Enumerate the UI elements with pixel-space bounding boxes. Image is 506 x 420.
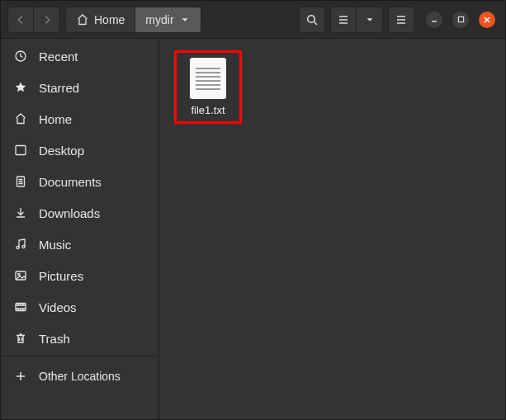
content-pane[interactable]: file1.txt xyxy=(159,39,505,419)
sidebar-other-locations[interactable]: Other Locations xyxy=(1,358,158,394)
sidebar-item-videos[interactable]: Videos xyxy=(1,291,158,323)
hamburger-icon xyxy=(395,13,408,26)
pictures-icon xyxy=(14,269,27,282)
close-icon xyxy=(483,16,491,24)
file-manager-window: Home mydir xyxy=(0,0,506,420)
sidebar-item-documents[interactable]: Documents xyxy=(1,166,158,197)
sidebar-item-recent[interactable]: Recent xyxy=(1,40,158,72)
minimize-button[interactable] xyxy=(426,12,442,28)
path-segment-current[interactable]: mydir xyxy=(135,7,200,32)
hamburger-menu-button[interactable] xyxy=(388,7,414,33)
home-icon xyxy=(76,13,89,26)
sidebar-item-label: Pictures xyxy=(39,269,83,283)
maximize-icon xyxy=(457,16,465,23)
sidebar-item-music[interactable]: Music xyxy=(1,229,158,260)
sidebar-item-label: Music xyxy=(39,238,71,252)
svg-rect-3 xyxy=(16,146,26,155)
music-icon xyxy=(14,238,27,251)
list-icon xyxy=(337,13,350,26)
sidebar-item-label: Desktop xyxy=(39,144,84,158)
svg-point-8 xyxy=(18,273,20,275)
sidebar-item-label: Videos xyxy=(39,300,77,314)
downloads-icon xyxy=(14,206,27,219)
sidebar-item-label: Recent xyxy=(39,50,78,64)
minimize-icon xyxy=(430,16,438,24)
documents-icon xyxy=(14,175,27,188)
videos-icon xyxy=(14,300,27,314)
sidebar-item-trash[interactable]: Trash xyxy=(1,323,158,354)
sidebar-separator xyxy=(1,356,158,356)
path-segment-home[interactable]: Home xyxy=(66,7,135,32)
list-view-button[interactable] xyxy=(330,7,357,33)
nav-buttons xyxy=(7,7,60,33)
close-button[interactable] xyxy=(479,12,495,28)
file-item[interactable]: file1.txt xyxy=(174,50,242,124)
sidebar: Recent Starred Home Desktop Documents Do xyxy=(1,39,159,419)
home-icon xyxy=(14,112,27,125)
sidebar-item-label: Trash xyxy=(39,332,70,346)
sidebar-item-home[interactable]: Home xyxy=(1,103,158,134)
chevron-right-icon xyxy=(41,14,53,26)
svg-rect-1 xyxy=(458,17,463,21)
sidebar-item-label: Downloads xyxy=(39,206,100,220)
view-options-button[interactable] xyxy=(357,7,383,33)
search-button[interactable] xyxy=(299,7,325,33)
svg-point-5 xyxy=(17,246,19,248)
file-name-label: file1.txt xyxy=(191,104,225,116)
sidebar-item-starred[interactable]: Starred xyxy=(1,72,158,103)
main-area: Recent Starred Home Desktop Documents Do xyxy=(1,39,505,419)
path-bar: Home mydir xyxy=(65,7,201,33)
back-button[interactable] xyxy=(7,7,34,33)
sidebar-item-label: Other Locations xyxy=(39,370,121,383)
text-file-icon xyxy=(190,58,226,99)
search-icon xyxy=(305,13,319,26)
star-icon xyxy=(14,81,27,94)
sidebar-item-label: Documents xyxy=(39,175,102,189)
sidebar-item-desktop[interactable]: Desktop xyxy=(1,134,158,166)
sidebar-item-label: Starred xyxy=(39,81,79,95)
desktop-icon xyxy=(14,144,27,157)
clock-icon xyxy=(14,50,27,63)
chevron-left-icon xyxy=(15,14,26,26)
view-switcher xyxy=(330,7,383,33)
path-home-label: Home xyxy=(94,13,125,26)
svg-point-6 xyxy=(22,245,25,248)
svg-point-0 xyxy=(308,15,315,22)
chevron-down-icon xyxy=(179,14,191,26)
trash-icon xyxy=(14,332,27,345)
forward-button[interactable] xyxy=(34,7,60,33)
sidebar-item-downloads[interactable]: Downloads xyxy=(1,197,158,229)
sidebar-item-label: Home xyxy=(39,112,72,126)
maximize-button[interactable] xyxy=(452,12,469,28)
header-bar: Home mydir xyxy=(1,1,505,39)
sidebar-item-pictures[interactable]: Pictures xyxy=(1,260,158,291)
chevron-down-icon xyxy=(364,14,376,26)
window-controls xyxy=(426,12,495,28)
plus-icon xyxy=(14,370,27,383)
path-current-label: mydir xyxy=(145,13,173,26)
